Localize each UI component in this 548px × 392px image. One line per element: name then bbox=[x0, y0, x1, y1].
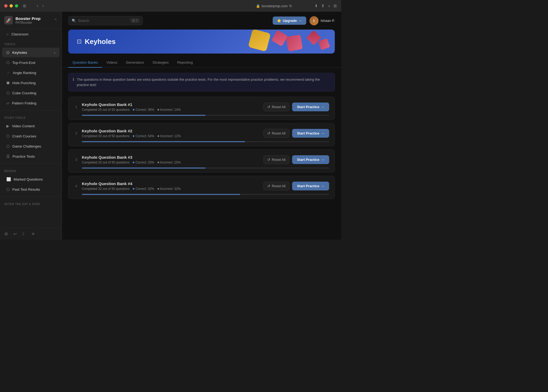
qbank-stats: Completed 25 out of 50 questions Correct… bbox=[82, 108, 260, 112]
qbank-top: 3 Keyhole Question Bank #3 Completed 25 … bbox=[74, 155, 329, 164]
logout-icon[interactable]: ↩ bbox=[13, 231, 17, 236]
maximize-button[interactable] bbox=[15, 4, 18, 7]
sidebar-item-keyholes[interactable]: ⊡ Keyholes › bbox=[2, 48, 59, 57]
reset-label: Reset All bbox=[272, 105, 285, 109]
reset-icon: ↺ bbox=[267, 105, 270, 109]
qbank-number: 3 bbox=[74, 158, 79, 162]
sidebar-toggle-button[interactable]: ⊞ bbox=[21, 3, 28, 9]
start-practice-button[interactable]: Start Practice → bbox=[292, 155, 329, 164]
dark-mode-icon[interactable]: ☾ bbox=[22, 231, 26, 236]
rocket-icon: 🚀 bbox=[6, 18, 11, 23]
reset-icon: ↺ bbox=[267, 184, 270, 188]
sidebar-item-cube-counting[interactable]: ⬡ Cube Counting bbox=[2, 88, 59, 98]
sidebar-item-label: Pattern Folding bbox=[12, 101, 55, 105]
start-practice-button[interactable]: Start Practice → bbox=[292, 182, 329, 190]
tabs-icon[interactable]: ⊞ bbox=[333, 3, 337, 8]
search-shortcut: ⌘ F bbox=[131, 18, 139, 23]
tab-reporting[interactable]: Reporting bbox=[173, 58, 197, 68]
pattern-folding-icon: ▱ bbox=[6, 101, 9, 105]
start-practice-button[interactable]: Start Practice → bbox=[292, 129, 329, 138]
info-text: The questions in these question banks ar… bbox=[77, 77, 330, 87]
arrow-icon: → bbox=[321, 131, 324, 135]
progress-bar-fill bbox=[82, 168, 206, 169]
qbank-title: Keyhole Question Bank #2 bbox=[82, 129, 260, 133]
reset-icon: ↺ bbox=[267, 158, 270, 162]
practice-tests-icon: ☰ bbox=[6, 154, 10, 158]
sidebar-item-angle-ranking[interactable]: ⟋ Angle Ranking bbox=[2, 68, 59, 77]
brand-icon: 🚀 bbox=[4, 16, 13, 24]
incorrect-dot bbox=[158, 188, 159, 190]
qbank-actions: ↺ Reset All Start Practice → bbox=[263, 155, 329, 164]
sidebar-item-video-content[interactable]: ▶ Video Content bbox=[2, 121, 59, 131]
light-mode-icon[interactable]: ☀ bbox=[31, 231, 35, 236]
qbank-actions: ↺ Reset All Start Practice → bbox=[263, 182, 329, 190]
brand-chevron-icon[interactable]: ⌃ bbox=[54, 18, 57, 22]
upgrade-button[interactable]: ⭐ Upgrade → bbox=[273, 17, 306, 25]
start-label: Start Practice bbox=[297, 105, 319, 109]
sidebar-item-past-test-results[interactable]: ⬡ Past Test Results bbox=[2, 185, 59, 194]
tab-videos[interactable]: Videos bbox=[102, 58, 122, 68]
url-bar[interactable]: 🔒 boosterprep.com ↻ bbox=[256, 4, 292, 8]
progress-bar bbox=[82, 115, 329, 116]
avatar[interactable]: I bbox=[309, 16, 319, 25]
qbank-top: 1 Keyhole Question Bank #1 Completed 25 … bbox=[74, 102, 329, 112]
sidebar-item-label: Cube Counting bbox=[12, 91, 55, 95]
incorrect-dot bbox=[158, 135, 159, 137]
game-challenges-icon: ⬡ bbox=[6, 144, 10, 148]
qbank-number: 1 bbox=[74, 105, 79, 109]
completed-stat: Completed 33 out of 50 questions bbox=[82, 134, 130, 138]
start-label: Start Practice bbox=[297, 184, 319, 188]
correct-dot bbox=[133, 135, 134, 137]
tab-strategies[interactable]: Strategies bbox=[148, 58, 173, 68]
question-bank-card: 4 Keyhole Question Bank #4 Completed 32 … bbox=[68, 176, 335, 199]
url-text: boosterprep.com bbox=[262, 4, 288, 8]
reload-icon[interactable]: ↻ bbox=[289, 4, 292, 8]
sidebar-item-pattern-folding[interactable]: ▱ Pattern Folding bbox=[2, 98, 59, 108]
sidebar-item-marked-questions[interactable]: ⬜ Marked Questions bbox=[2, 174, 59, 184]
settings-icon[interactable]: ⚙ bbox=[4, 231, 8, 236]
search-box[interactable]: 🔍 Search ⌘ F bbox=[68, 16, 143, 25]
share-icon[interactable]: ⬆ bbox=[321, 3, 325, 8]
progress-bar-fill bbox=[82, 194, 240, 195]
crash-courses-icon: ⬡ bbox=[6, 134, 10, 138]
banner-icon: ⊡ bbox=[77, 38, 82, 45]
sidebar-item-practice-tests[interactable]: ☰ Practice Tests bbox=[2, 152, 59, 161]
forward-button[interactable]: › bbox=[41, 3, 45, 9]
qbank-stats: Completed 25 out of 50 questions Correct… bbox=[82, 161, 260, 164]
qbank-stats: Completed 33 out of 50 questions Correct… bbox=[82, 134, 260, 138]
reset-all-button[interactable]: ↺ Reset All bbox=[263, 182, 289, 190]
video-content-icon: ▶ bbox=[6, 124, 9, 128]
qbank-actions: ↺ Reset All Start Practice → bbox=[263, 129, 329, 138]
incorrect-stat: Incorrect: 25% bbox=[158, 161, 181, 164]
marked-questions-icon: ⬜ bbox=[6, 177, 11, 181]
reset-all-button[interactable]: ↺ Reset All bbox=[263, 155, 289, 164]
reset-all-button[interactable]: ↺ Reset All bbox=[263, 103, 289, 111]
sidebar-item-hole-punching[interactable]: ⬢ Hole Punching bbox=[2, 78, 59, 88]
correct-dot bbox=[133, 162, 134, 163]
arrow-icon: → bbox=[321, 158, 324, 162]
start-label: Start Practice bbox=[297, 158, 319, 162]
title-bar: ⊞ ‹ › 🔒 boosterprep.com ↻ ⬇ ⬆ + ⊞ bbox=[0, 0, 341, 12]
qbank-top: 2 Keyhole Question Bank #2 Completed 33 … bbox=[74, 129, 329, 138]
user-info: I Ishaan P. bbox=[309, 16, 335, 25]
sidebar-item-crash-courses[interactable]: ⬡ Crash Courses bbox=[2, 131, 59, 141]
incorrect-dot bbox=[158, 109, 159, 111]
reset-all-button[interactable]: ↺ Reset All bbox=[263, 129, 289, 138]
sidebar-item-top-front-end[interactable]: ⬡ Top-Front-End bbox=[2, 58, 59, 67]
tab-generators[interactable]: Generators bbox=[122, 58, 148, 68]
sidebar-item-classroom[interactable]: ○ Classroom bbox=[2, 29, 59, 39]
sidebar-brand: 🚀 Booster Prep PATBooster ⌃ bbox=[0, 12, 62, 29]
start-practice-button[interactable]: Start Practice → bbox=[292, 103, 329, 111]
question-bank-card: 3 Keyhole Question Bank #3 Completed 25 … bbox=[68, 149, 335, 173]
sidebar-item-label: Video Content bbox=[12, 124, 55, 128]
tab-question-banks[interactable]: Question Banks bbox=[68, 58, 102, 68]
info-banner: ℹ The questions in these question banks … bbox=[68, 73, 335, 91]
classroom-icon: ○ bbox=[6, 32, 9, 36]
download-icon[interactable]: ⬇ bbox=[315, 3, 318, 8]
close-button[interactable] bbox=[4, 4, 7, 7]
sidebar-item-game-challenges[interactable]: ⬡ Game Challenges bbox=[2, 141, 59, 151]
brand-name: Booster Prep bbox=[15, 16, 41, 21]
back-button[interactable]: ‹ bbox=[35, 3, 40, 9]
add-tab-icon[interactable]: + bbox=[328, 4, 330, 8]
minimize-button[interactable] bbox=[10, 4, 13, 7]
